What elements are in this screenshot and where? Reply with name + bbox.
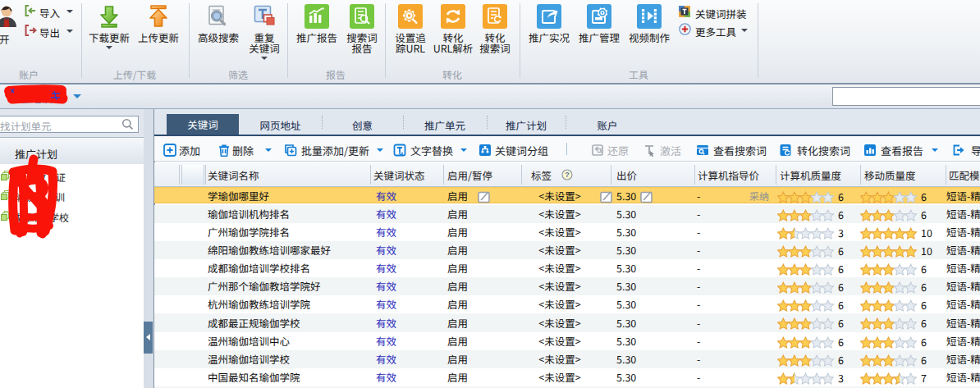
svg-text:?: ?	[565, 171, 570, 179]
